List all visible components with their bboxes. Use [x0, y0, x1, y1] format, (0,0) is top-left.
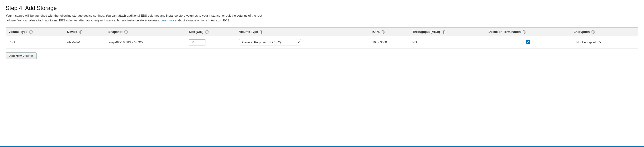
size-header: Size (GiB) i	[186, 28, 236, 36]
volume-type-col-header: Volume Type i	[236, 28, 370, 36]
row-iops: 100 / 3000	[370, 36, 410, 49]
page-title: Step 4: Add Storage	[6, 5, 638, 12]
size-input[interactable]	[189, 39, 206, 45]
delete-on-termination-checkbox[interactable]	[526, 40, 530, 44]
size-info-icon[interactable]: i	[205, 30, 208, 34]
row-snapshot: snap-02e105f83f77cd927	[106, 36, 186, 49]
row-volume-type-label: Root	[6, 36, 64, 49]
iops-header: IOPS i	[370, 28, 410, 36]
device-info-icon[interactable]: i	[79, 30, 82, 34]
snapshot-info-icon[interactable]: i	[124, 30, 128, 34]
throughput-header: Throughput (MB/s) i	[410, 28, 486, 36]
row-encryption-cell: Not Encrypted Encrypted	[571, 36, 638, 49]
volume-type-select[interactable]: General Purpose SSD (gp2) Provisioned IO…	[239, 39, 301, 45]
page-description: Your instance will be launched with the …	[6, 13, 267, 23]
encryption-header: Encryption i	[571, 28, 638, 36]
volume-type-header: Volume Type i	[6, 28, 64, 36]
description-text-2: about storage options in Amazon EC2.	[178, 19, 230, 22]
encryption-info-icon[interactable]: i	[592, 30, 595, 34]
row-throughput: N/A	[410, 36, 486, 49]
row-volume-type-cell: General Purpose SSD (gp2) Provisioned IO…	[236, 36, 370, 49]
encryption-select[interactable]: Not Encrypted Encrypted	[574, 39, 602, 45]
snapshot-header: Snapshot i	[106, 28, 186, 36]
iops-info-icon[interactable]: i	[382, 30, 385, 34]
delete-info-icon[interactable]: i	[523, 30, 526, 34]
volume-type-col-info-icon[interactable]: i	[260, 30, 263, 34]
add-new-volume-button[interactable]: Add New Volume	[6, 52, 36, 59]
bottom-progress-bar	[0, 146, 644, 147]
storage-table: Volume Type i Device i Snapshot i Size (…	[6, 27, 638, 49]
throughput-info-icon[interactable]: i	[442, 30, 445, 34]
row-device: /dev/sda1	[64, 36, 106, 49]
delete-on-termination-header: Delete on Termination i	[486, 28, 571, 36]
learn-more-link[interactable]: Learn more	[161, 19, 176, 22]
row-size-cell	[186, 36, 236, 49]
table-row: Root /dev/sda1 snap-02e105f83f77cd927 Ge…	[6, 36, 638, 49]
volume-type-info-icon[interactable]: i	[29, 30, 32, 34]
row-delete-on-termination-cell	[486, 36, 571, 49]
device-header: Device i	[64, 28, 106, 36]
table-header-row: Volume Type i Device i Snapshot i Size (…	[6, 28, 638, 36]
